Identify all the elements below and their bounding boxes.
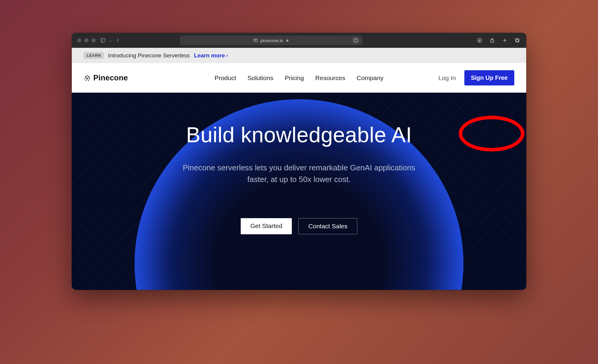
hero-cta-row: Get Started Contact Sales [241, 218, 357, 234]
url-bar[interactable]: pinecone.io ••• [180, 36, 362, 45]
signup-button[interactable]: Sign Up Free [464, 70, 514, 85]
hero-section: Build knowledgeable AI Pinecone serverle… [72, 93, 526, 290]
reader-icon[interactable]: ••• [353, 37, 359, 43]
nav-solutions[interactable]: Solutions [248, 74, 273, 82]
lock-icon [286, 39, 289, 42]
hero-background [72, 93, 526, 290]
pinecone-logo[interactable]: Pinecone [84, 73, 128, 82]
close-window-icon[interactable] [77, 38, 81, 42]
share-icon[interactable] [489, 37, 496, 44]
traffic-lights [77, 38, 96, 42]
svg-rect-13 [515, 39, 518, 42]
contact-sales-button[interactable]: Contact Sales [298, 218, 357, 234]
learn-badge: LEARN [84, 52, 104, 59]
chevron-right-icon: › [226, 53, 228, 59]
announcement-text: Introducing Pinecone Serverless [108, 52, 190, 59]
maximize-window-icon[interactable] [91, 38, 96, 42]
learn-more-link[interactable]: Learn more › [194, 52, 228, 59]
page-viewport: LEARN Introducing Pinecone Serverless Le… [72, 48, 526, 290]
learn-more-label: Learn more [194, 52, 225, 59]
url-text: pinecone.io [260, 38, 283, 43]
nav-product[interactable]: Product [214, 74, 236, 82]
svg-rect-12 [516, 39, 519, 42]
new-tab-icon[interactable] [501, 37, 508, 44]
hero-title: Build knowledgeable AI [186, 123, 412, 147]
hero-subtitle: Pinecone serverless lets you deliver rem… [182, 162, 416, 185]
browser-window: ⌄ pinecone.io ••• LEARN Introducing Pine… [72, 33, 526, 290]
back-icon[interactable] [114, 37, 121, 44]
sidebar-icon[interactable] [99, 37, 106, 44]
svg-rect-5 [286, 40, 288, 42]
get-started-button[interactable]: Get Started [241, 218, 292, 234]
brand-name: Pinecone [93, 73, 128, 82]
browser-toolbar: ⌄ pinecone.io ••• [72, 33, 526, 48]
tabs-icon[interactable] [514, 37, 521, 44]
nav-pricing[interactable]: Pricing [285, 74, 304, 82]
pinecone-logo-icon [84, 74, 91, 82]
nav-links: Product Solutions Pricing Resources Comp… [214, 74, 383, 82]
nav-company[interactable]: Company [357, 74, 384, 82]
downloads-icon[interactable] [476, 37, 483, 44]
announcement-bar: LEARN Introducing Pinecone Serverless Le… [72, 48, 526, 63]
svg-rect-0 [101, 39, 105, 42]
main-nav: Pinecone Product Solutions Pricing Resou… [72, 63, 526, 93]
site-settings-icon [253, 38, 258, 43]
nav-resources[interactable]: Resources [315, 74, 345, 82]
chevron-down-icon[interactable]: ⌄ [109, 38, 112, 42]
minimize-window-icon[interactable] [84, 38, 89, 42]
login-link[interactable]: Log In [438, 74, 456, 82]
